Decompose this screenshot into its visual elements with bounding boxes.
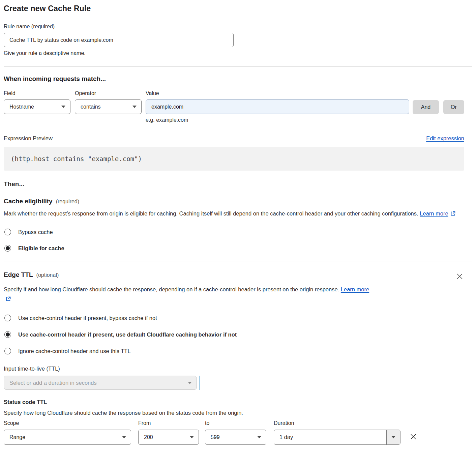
radio-selected-icon[interactable] <box>4 245 11 252</box>
match-heading: When incoming requests match... <box>4 75 464 83</box>
radio-label: Ignore cache-control header and use this… <box>18 348 131 354</box>
expression-code-text: (http.host contains "example.com") <box>11 155 142 163</box>
from-label: From <box>138 420 199 426</box>
scope-label: Scope <box>4 420 131 426</box>
cache-eligibility-heading: Cache eligibility <box>4 198 53 205</box>
field-label: Field <box>4 90 70 96</box>
radio-ignore-header-ttl[interactable]: Ignore cache-control header and use this… <box>4 348 464 354</box>
required-tag: (required) <box>56 199 79 205</box>
optional-tag: (optional) <box>36 272 59 278</box>
edge-ttl-learn-more-link[interactable]: Learn more <box>341 286 369 292</box>
chevron-down-icon <box>61 106 65 108</box>
duration-select[interactable]: 1 day <box>274 430 400 445</box>
scope-select-value: Range <box>9 434 25 440</box>
section-divider <box>4 261 472 261</box>
focus-caret <box>199 376 200 390</box>
ttl-input-label: Input time-to-live (TTL) <box>4 366 464 372</box>
to-label: to <box>205 420 266 426</box>
section-divider <box>4 66 472 66</box>
rule-name-label: Rule name (required) <box>4 24 464 30</box>
close-icon[interactable] <box>455 272 464 281</box>
cache-eligibility-description: Mark whether the request’s response from… <box>4 209 457 219</box>
radio-label: Bypass cache <box>18 229 53 235</box>
chevron-down-icon <box>257 436 261 438</box>
edge-ttl-description-text: Specify if and how long Cloudflare shoul… <box>4 286 339 292</box>
radio-circle-icon[interactable] <box>4 229 11 235</box>
radio-label: Eligible for cache <box>18 245 64 252</box>
ttl-select-placeholder: Select or add a duration in seconds <box>4 380 97 386</box>
radio-label: Use cache-control header if present, byp… <box>18 315 157 321</box>
operator-label: Operator <box>75 90 142 96</box>
radio-label: Use cache-control header if present, use… <box>18 331 237 338</box>
edge-ttl-header: Edge TTL (optional) <box>4 271 464 281</box>
external-link-icon <box>450 209 455 219</box>
chevron-down-icon <box>122 436 126 438</box>
operator-select-value: contains <box>81 104 101 110</box>
radio-use-header-bypass[interactable]: Use cache-control header if present, byp… <box>4 315 464 321</box>
value-input-text: example.com <box>151 104 183 110</box>
value-label: Value <box>146 90 409 96</box>
status-code-ttl-description: Specify how long Cloudflare should cache… <box>4 410 464 416</box>
edge-ttl-heading: Edge TTL <box>4 271 33 279</box>
and-button[interactable]: And <box>413 100 439 114</box>
chevron-down-icon[interactable] <box>386 430 400 444</box>
ttl-duration-select[interactable]: Select or add a duration in seconds <box>4 376 197 390</box>
spacer <box>409 90 464 100</box>
edge-ttl-description: Specify if and how long Cloudflare shoul… <box>4 285 375 304</box>
status-code-ttl-row: Scope Range From 200 to 599 Duration 1 d… <box>4 420 464 445</box>
value-input[interactable]: example.com <box>146 99 409 114</box>
expression-preview-code: (http.host contains "example.com") <box>4 147 464 171</box>
field-select[interactable]: Hostname <box>4 99 70 114</box>
external-link-icon <box>6 295 11 304</box>
radio-circle-icon[interactable] <box>4 315 11 321</box>
chevron-down-icon <box>132 106 137 108</box>
chevron-down-icon <box>190 436 194 438</box>
chevron-down-icon[interactable] <box>183 376 197 389</box>
expression-preview-label: Expression Preview <box>4 135 53 142</box>
value-helper: e.g. example.com <box>146 117 409 123</box>
from-select-value: 200 <box>144 434 153 440</box>
cache-eligibility-header: Cache eligibility (required) <box>4 198 464 205</box>
rule-name-helper: Give your rule a descriptive name. <box>4 50 464 56</box>
cache-eligibility-learn-more-link[interactable]: Learn more <box>420 210 448 216</box>
radio-use-header-default[interactable]: Use cache-control header if present, use… <box>4 331 464 338</box>
to-select[interactable]: 599 <box>205 430 266 445</box>
cache-eligibility-description-text: Mark whether the request’s response from… <box>4 210 418 216</box>
create-cache-rule-form: Create new Cache Rule Rule name (require… <box>0 0 476 445</box>
duration-select-value: 1 day <box>274 434 293 440</box>
duration-label: Duration <box>274 420 400 426</box>
page-title: Create new Cache Rule <box>4 4 464 13</box>
status-code-ttl-heading: Status code TTL <box>4 399 464 405</box>
from-select[interactable]: 200 <box>138 430 199 445</box>
expression-preview-header: Expression Preview Edit expression <box>4 135 464 142</box>
to-select-value: 599 <box>211 434 220 440</box>
radio-bypass-cache[interactable]: Bypass cache <box>4 229 464 235</box>
then-heading: Then... <box>4 180 464 188</box>
operator-select[interactable]: contains <box>75 99 142 114</box>
radio-selected-icon[interactable] <box>4 331 11 338</box>
remove-row-icon[interactable] <box>409 432 418 441</box>
field-select-value: Hostname <box>9 104 34 110</box>
radio-circle-icon[interactable] <box>4 348 11 354</box>
rule-name-input[interactable] <box>4 33 234 47</box>
or-button[interactable]: Or <box>443 100 464 114</box>
scope-select[interactable]: Range <box>4 430 131 445</box>
ttl-select-wrap: Select or add a duration in seconds <box>4 376 464 390</box>
radio-eligible-for-cache[interactable]: Eligible for cache <box>4 245 464 252</box>
edit-expression-link[interactable]: Edit expression <box>426 135 464 142</box>
match-expression-row: Field Hostname Operator contains Value e… <box>4 90 464 123</box>
